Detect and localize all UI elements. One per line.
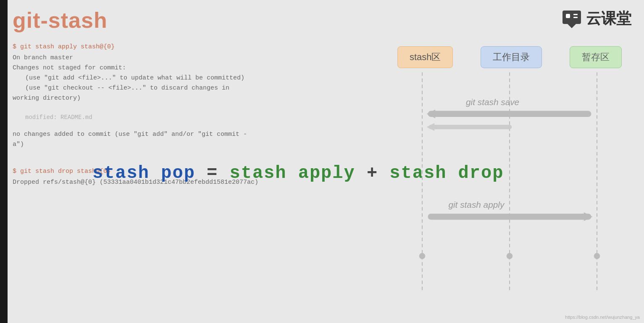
- cmd-line-1: $ git stash apply stash@{0}: [13, 42, 349, 52]
- diagram-lines-wrapper: git stash save git stash apply: [375, 72, 644, 291]
- left-accent-bar: [0, 0, 8, 323]
- svg-marker-12: [426, 123, 434, 131]
- bottom-url: https://blog.csdn.net/wujunzhang_ya: [565, 315, 640, 320]
- svg-rect-2: [566, 14, 570, 18]
- formula-part2: stash apply: [229, 163, 355, 183]
- logo-area: 云课堂: [562, 8, 631, 29]
- box-workdir: 工作目录: [481, 46, 542, 68]
- page-title: git-stash: [13, 8, 108, 33]
- diagram-boxes: stash区 工作目录 暂存区: [375, 46, 644, 68]
- logo-icon: [562, 10, 582, 28]
- formula-equals: =: [195, 163, 230, 183]
- working-dir-line: working directory): [13, 93, 349, 103]
- modified-line: modified: README.md: [13, 113, 349, 122]
- svg-rect-3: [573, 14, 578, 15]
- svg-marker-1: [568, 24, 576, 28]
- diagram-svg: git stash save git stash apply: [375, 72, 644, 291]
- box-staging: 暂存区: [570, 46, 622, 68]
- svg-text:git stash apply: git stash apply: [448, 200, 505, 209]
- changes-not-staged-line: Changes not staged for commit:: [13, 63, 349, 73]
- svg-text:git stash save: git stash save: [466, 97, 519, 107]
- no-changes-line-1: no changes added to commit (use "git add…: [13, 130, 349, 140]
- svg-point-17: [507, 253, 513, 259]
- svg-marker-10: [426, 109, 435, 118]
- formula-part1: stash pop: [92, 163, 195, 183]
- no-changes-line-2: a"): [13, 140, 349, 150]
- diagram-area: stash区 工作目录 暂存区 git stash save git stash…: [375, 46, 644, 315]
- hint-line-1: (use "git add <file>..." to update what …: [13, 73, 349, 83]
- svg-rect-0: [563, 11, 581, 24]
- branch-line: On branch master: [13, 53, 349, 63]
- logo-text: 云课堂: [586, 8, 631, 29]
- svg-point-16: [419, 253, 426, 259]
- svg-rect-4: [573, 17, 578, 18]
- svg-point-18: [594, 253, 600, 259]
- hint-line-2: (use "git checkout -- <file>..." to disc…: [13, 83, 349, 93]
- box-stash: stash区: [397, 46, 453, 68]
